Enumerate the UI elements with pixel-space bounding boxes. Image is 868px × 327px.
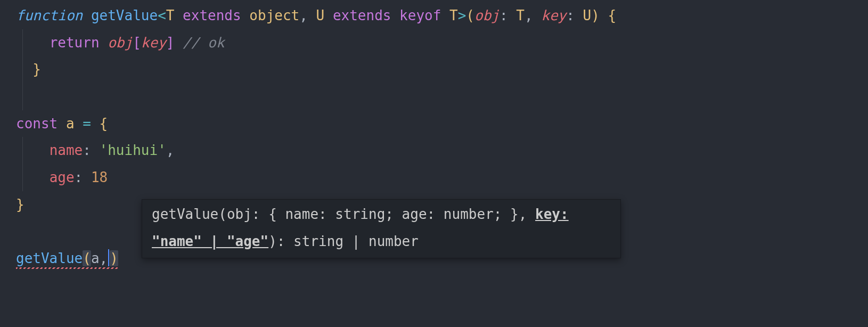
property-name: name [50,142,83,158]
number-18: 18 [91,169,108,185]
variable-a: a [66,116,75,132]
signature-help-tooltip: getValue(obj: { name: string; age: numbe… [142,199,621,258]
bracket-close: ] [166,35,175,51]
type-T: T [449,7,458,23]
param-key: key [541,7,566,23]
argument-a: a [91,250,100,266]
comma: , [100,250,108,266]
code-line-4[interactable] [0,83,868,110]
text-cursor [108,249,109,266]
colon: : [499,7,508,23]
identifier-key: key [141,35,166,51]
angle-close: > [458,7,466,23]
comma: , [166,142,175,158]
code-line-3[interactable]: } [0,56,868,83]
type-param-U: U [316,7,325,23]
code-line-7[interactable]: age: 18 [0,164,868,191]
keyword-extends: extends [183,7,241,23]
type-T: T [516,7,525,23]
code-line-2[interactable]: return obj[key] // ok [0,29,868,56]
brace-close: } [16,197,24,212]
paren-close: ) [591,7,600,23]
comment: // ok [183,35,224,51]
type-U: U [583,7,592,23]
identifier-obj: obj [108,35,133,51]
keyword-keyof: keyof [399,7,441,23]
paren-open: ( [466,7,474,23]
keyword-extends: extends [333,7,391,23]
code-line-1[interactable]: function getValue<T extends object, U ex… [0,2,868,29]
colon: : [75,169,83,185]
paren-open: ( [83,250,91,266]
code-line-5[interactable]: const a = { [0,110,868,137]
type-param-T: T [166,7,175,23]
function-name: getValue [91,7,158,23]
colon: : [83,142,91,158]
property-age: age [50,169,75,185]
brace-open: { [100,116,108,132]
angle-open: < [158,7,166,23]
function-call: getValue [16,250,83,266]
string-huihui: 'huihui' [100,142,166,158]
paren-close: ) [110,250,118,266]
operator-equals: = [83,116,91,132]
keyword-return: return [50,35,100,51]
comma: , [299,7,308,23]
param-obj: obj [474,7,499,23]
brace-open: { [608,7,617,23]
type-object: object [249,7,299,23]
comma: , [525,7,533,23]
brace-close: } [32,61,41,77]
signature-prefix: getValue(obj: { name: string; age: numbe… [152,206,535,222]
keyword-function: function [16,7,83,23]
colon: : [566,7,575,23]
signature-suffix: ): string | number [268,233,419,249]
keyword-const: const [16,116,58,132]
error-underline: getValue(a,) [16,245,118,272]
bracket-open: [ [133,35,141,51]
code-line-6[interactable]: name: 'huihui', [0,137,868,164]
